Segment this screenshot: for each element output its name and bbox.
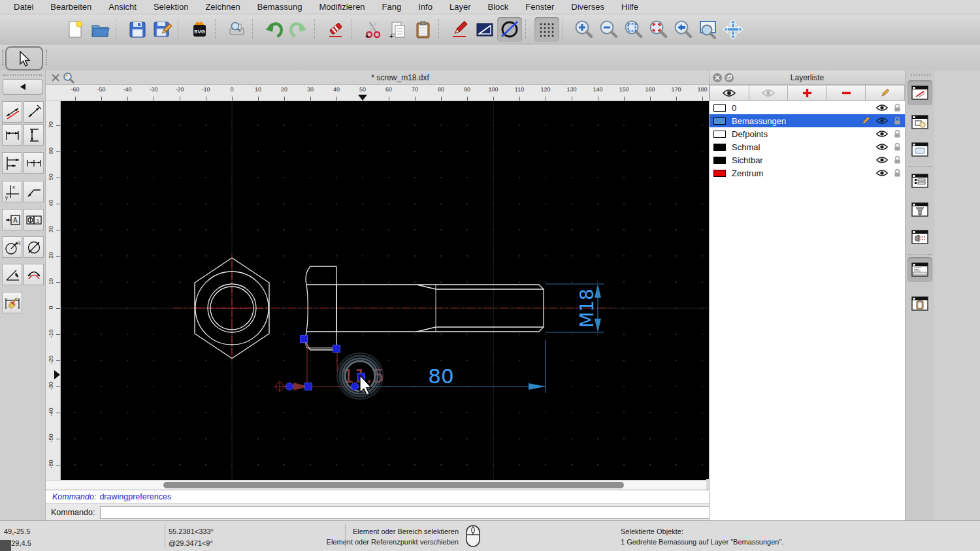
tool-dim-regenerate[interactable]	[2, 292, 22, 313]
layer-visibility-eye-icon[interactable]	[876, 169, 888, 177]
menu-fenster[interactable]: Fenster	[517, 2, 563, 12]
cut-button[interactable]: +	[361, 17, 385, 42]
tool-dim-linear[interactable]	[24, 101, 44, 123]
palette-drag-handle[interactable]	[3, 74, 42, 76]
palette-back-button[interactable]	[3, 79, 42, 95]
tool-dim-continue[interactable]	[24, 152, 44, 174]
tool-dim-diameter[interactable]	[24, 236, 44, 258]
menu-block[interactable]: Block	[479, 2, 517, 12]
toolbar-drag-handle2[interactable]	[46, 50, 50, 65]
zoom-selection-button[interactable]	[646, 17, 671, 42]
layer-lock-icon[interactable]	[894, 142, 901, 151]
menu-selektion[interactable]: Selektion	[145, 2, 197, 12]
edit-layer-button[interactable]	[866, 85, 905, 101]
library-browser-panel-button[interactable]	[907, 137, 932, 162]
save-as-button[interactable]	[150, 17, 174, 42]
add-layer-button[interactable]	[788, 85, 827, 101]
remove-layer-button[interactable]	[827, 85, 866, 101]
zoom-in-button[interactable]	[572, 17, 596, 42]
tool-dim-arc[interactable]	[24, 264, 44, 285]
horizontal-scrollbar-thumb[interactable]	[163, 482, 624, 488]
layer-lock-icon[interactable]	[894, 103, 901, 112]
layer-lock-icon[interactable]	[894, 168, 901, 178]
layer-visibility-eye-icon[interactable]	[876, 156, 888, 164]
layer-lock-icon[interactable]	[894, 129, 901, 138]
layer-visibility-eye-icon[interactable]	[876, 143, 888, 151]
menu-hilfe[interactable]: Hilfe	[613, 2, 647, 12]
undo-button[interactable]	[261, 17, 286, 42]
cad-canvas[interactable]: M18 80	[61, 101, 743, 480]
menu-zeichnen[interactable]: Zeichnen	[197, 2, 248, 12]
open-folder-icon	[90, 20, 110, 39]
layer-list-panel-button[interactable]	[907, 168, 932, 193]
hide-all-layers-button[interactable]	[749, 85, 789, 101]
draw-pencil-icon	[450, 20, 470, 39]
menu-bemassung[interactable]: Bemassung	[249, 2, 311, 12]
layer-visibility-eye-icon[interactable]	[876, 104, 888, 112]
tool-dim-tolerance[interactable]: .1	[24, 209, 44, 230]
delete-button[interactable]	[323, 17, 348, 42]
layer-row-zentrum[interactable]: Zentrum	[710, 166, 905, 180]
tool-dim-radius[interactable]: R	[2, 236, 22, 258]
draw-pencil-button[interactable]	[448, 17, 472, 42]
layer-color-swatch	[713, 144, 726, 151]
selection-filter-panel-button[interactable]	[907, 197, 932, 222]
zoom-window-button[interactable]	[696, 17, 721, 42]
layer-row-0[interactable]: 0	[710, 101, 905, 114]
layer-visibility-eye-icon[interactable]	[876, 117, 888, 125]
copy-button[interactable]: +	[385, 17, 410, 42]
tool-dim-horizontal[interactable]	[2, 124, 22, 146]
menu-ansicht[interactable]: Ansicht	[100, 2, 145, 12]
tool-dim-vertical[interactable]	[24, 124, 44, 146]
menu-layer[interactable]: Layer	[441, 2, 480, 12]
layer-visibility-eye-icon[interactable]	[876, 130, 888, 138]
layer-lock-icon[interactable]	[894, 116, 901, 125]
grid-toggle-button[interactable]	[534, 17, 559, 42]
menu-info[interactable]: Info	[410, 2, 441, 12]
save-button[interactable]	[125, 17, 150, 42]
command-input[interactable]	[100, 506, 731, 519]
menu-datei[interactable]: Datei	[5, 2, 42, 12]
clipboard-panel-button[interactable]	[907, 291, 932, 316]
show-all-layers-button[interactable]	[710, 85, 749, 101]
hruler-label: 20	[274, 86, 294, 93]
draft-mode-toggle-button[interactable]	[497, 17, 522, 42]
main-toolbar: SVG + +	[0, 14, 980, 44]
print-preview-button[interactable]	[224, 17, 249, 42]
dock-drag-handle[interactable]	[911, 74, 930, 76]
tool-dim-angular[interactable]	[2, 264, 22, 285]
menu-diverses[interactable]: Diverses	[563, 2, 613, 12]
zoom-out-button[interactable]	[596, 17, 621, 42]
redo-button[interactable]	[286, 17, 311, 42]
layer-row-bemassungen[interactable]: Bemassungen	[710, 114, 905, 127]
horizontal-scrollbar[interactable]: 10 < 100	[46, 480, 755, 490]
command-line-panel-button[interactable]	[907, 257, 932, 282]
menu-modifizieren[interactable]: Modifizieren	[311, 2, 374, 12]
tool-dim-label[interactable]: A	[2, 209, 22, 230]
tool-dim-ordinate[interactable]: xy	[2, 181, 22, 202]
zoom-previous-button[interactable]	[671, 17, 696, 42]
menu-fang[interactable]: Fang	[374, 2, 410, 12]
layer-row-defpoints[interactable]: Defpoints	[710, 127, 905, 140]
vruler-label: 60	[48, 141, 54, 161]
block-list-icon	[911, 114, 929, 131]
layer-row-schmal[interactable]: Schmal	[710, 140, 905, 153]
tool-dim-leader[interactable]	[24, 181, 44, 202]
paste-button[interactable]	[410, 17, 435, 42]
svg-export-button[interactable]: SVG	[187, 17, 212, 42]
projection-panel-button[interactable]	[907, 225, 932, 249]
auto-zoom-button[interactable]	[621, 17, 646, 42]
selection-tool-button[interactable]	[5, 46, 43, 71]
pan-button[interactable]	[721, 17, 745, 42]
layer-lock-icon[interactable]	[894, 155, 901, 165]
hruler-label: 150	[614, 86, 634, 93]
tool-dim-baseline[interactable]	[2, 152, 22, 174]
select-rectangle-button[interactable]	[472, 17, 497, 42]
new-file-button[interactable]	[63, 17, 88, 42]
layer-row-sichtbar[interactable]: Sichtbar	[710, 153, 905, 166]
menu-bearbeiten[interactable]: Bearbeiten	[42, 2, 100, 12]
property-editor-panel-button[interactable]	[907, 80, 932, 105]
tool-dim-aligned[interactable]	[2, 101, 22, 123]
block-list-panel-button[interactable]	[907, 110, 932, 134]
open-file-button[interactable]	[88, 17, 112, 42]
